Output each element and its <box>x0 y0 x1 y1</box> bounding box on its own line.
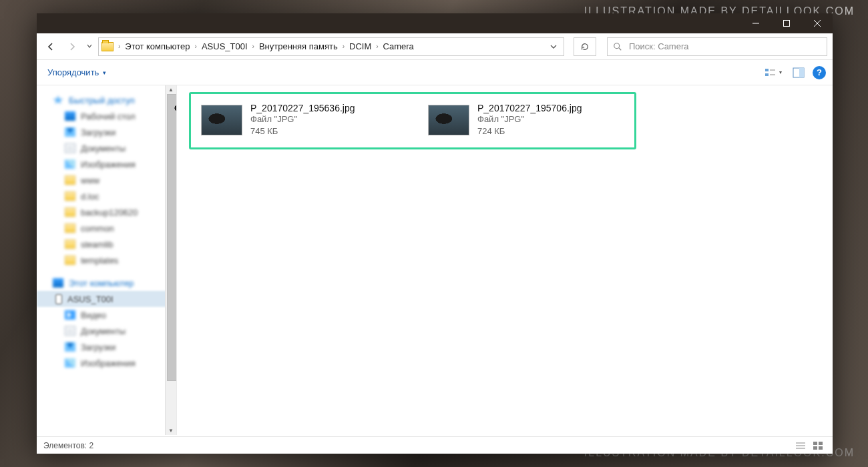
sidebar-pictures[interactable]: Изображения <box>46 156 170 172</box>
folder-icon <box>65 191 75 201</box>
svg-line-5 <box>619 47 622 50</box>
file-thumbnail <box>428 105 469 135</box>
breadcrumb-segment[interactable]: Внутренняя память <box>255 38 342 55</box>
pc-icon <box>53 278 63 288</box>
svg-rect-7 <box>765 73 769 76</box>
search-input[interactable]: Поиск: Camera <box>607 37 827 56</box>
sidebar-folder[interactable]: common <box>46 220 170 236</box>
folder-icon <box>65 207 75 217</box>
help-button[interactable]: ? <box>813 66 826 79</box>
sidebar-folder[interactable]: templates <box>46 252 170 268</box>
star-icon <box>53 95 63 105</box>
sidebar-folder[interactable]: www <box>46 172 170 188</box>
forward-button[interactable] <box>63 38 81 55</box>
file-type: Файл "JPG" <box>250 113 355 125</box>
folder-icon <box>65 240 75 249</box>
preview-pane-button[interactable] <box>790 65 807 81</box>
folder-icon <box>65 175 75 185</box>
refresh-button[interactable] <box>574 37 596 56</box>
navigation-pane: Быстрый доступ Рабочий стол Загрузки Док… <box>37 85 177 435</box>
pictures-icon <box>65 159 75 169</box>
svg-rect-6 <box>765 69 769 71</box>
nav-scrollbar[interactable]: ▲ ▼ <box>165 85 176 435</box>
sidebar-video[interactable]: Видео <box>46 307 170 323</box>
sidebar-documents[interactable]: Документы <box>46 323 170 339</box>
organize-menu[interactable]: Упорядочить ▾ <box>43 65 110 80</box>
sidebar-device[interactable]: ASUS_T00I <box>37 291 176 307</box>
desktop-icon <box>65 111 75 121</box>
svg-rect-1 <box>784 21 790 27</box>
details-view-button[interactable] <box>793 439 809 452</box>
svg-rect-18 <box>819 446 823 450</box>
folder-icon <box>65 223 75 233</box>
close-button[interactable] <box>802 13 833 33</box>
file-size: 724 КБ <box>477 125 582 137</box>
breadcrumb-segment[interactable]: ASUS_T00I <box>198 38 252 55</box>
breadcrumb-segment[interactable]: DCIM <box>345 38 375 55</box>
file-name: P_20170227_195706.jpg <box>477 103 582 113</box>
breadcrumb-segment[interactable]: Camera <box>379 38 418 55</box>
file-item[interactable]: P_20170227_195706.jpg Файл "JPG" 724 КБ <box>425 100 626 139</box>
sidebar-this-pc[interactable]: Этот компьютер <box>46 275 170 291</box>
svg-rect-15 <box>813 442 817 445</box>
toolbar: Упорядочить ▾ ▾ ? <box>37 60 833 85</box>
address-bar-row: › Этот компьютер › ASUS_T00I › Внутрення… <box>37 33 833 60</box>
pictures-icon <box>65 358 75 368</box>
document-icon <box>65 326 75 336</box>
sidebar-folder[interactable]: backup120620 <box>46 204 170 220</box>
video-icon <box>65 310 75 320</box>
breadcrumb-segment[interactable]: Этот компьютер <box>121 38 194 55</box>
file-list-pane: P_20170227_195636.jpg Файл "JPG" 745 КБ … <box>177 85 833 435</box>
chevron-down-icon: ▾ <box>779 69 782 75</box>
phone-icon <box>55 294 62 304</box>
sidebar-pictures[interactable]: Изображения <box>46 355 170 371</box>
folder-icon <box>65 256 75 265</box>
breadcrumb-dropdown-button[interactable] <box>545 38 562 55</box>
sidebar-documents[interactable]: Документы <box>46 140 170 156</box>
search-placeholder: Поиск: Camera <box>629 41 688 51</box>
sidebar-downloads[interactable]: Загрузки <box>46 124 170 140</box>
svg-point-4 <box>614 43 620 48</box>
recent-locations-button[interactable] <box>85 43 94 50</box>
download-icon <box>65 127 75 137</box>
back-button[interactable] <box>42 38 59 55</box>
svg-rect-17 <box>813 446 817 450</box>
titlebar <box>37 13 833 33</box>
file-thumbnail <box>201 105 242 135</box>
scroll-up-button[interactable]: ▲ <box>166 85 176 94</box>
sidebar-desktop[interactable]: Рабочий стол <box>46 108 170 124</box>
thumbnails-view-button[interactable] <box>810 439 826 452</box>
document-icon <box>65 143 75 153</box>
breadcrumb-bar[interactable]: › Этот компьютер › ASUS_T00I › Внутрення… <box>98 37 564 56</box>
file-size: 745 КБ <box>250 125 355 137</box>
folder-icon <box>101 42 114 51</box>
status-item-count: Элементов: 2 <box>43 441 93 450</box>
sidebar-folder[interactable]: steamlib <box>46 236 170 252</box>
svg-rect-11 <box>799 68 804 77</box>
explorer-window: › Этот компьютер › ASUS_T00I › Внутрення… <box>37 13 833 454</box>
download-icon <box>65 342 75 352</box>
scrollbar-thumb[interactable] <box>167 94 177 381</box>
view-options-button[interactable]: ▾ <box>762 65 785 81</box>
maximize-button[interactable] <box>771 13 802 33</box>
scroll-down-button[interactable]: ▼ <box>166 426 176 435</box>
status-bar: Элементов: 2 <box>37 436 833 454</box>
file-name: P_20170227_195636.jpg <box>250 103 355 113</box>
svg-rect-16 <box>819 442 823 445</box>
explorer-body: Быстрый доступ Рабочий стол Загрузки Док… <box>37 85 833 435</box>
file-type: Файл "JPG" <box>477 113 582 125</box>
sidebar-quick-access[interactable]: Быстрый доступ <box>46 92 170 108</box>
sidebar-downloads[interactable]: Загрузки <box>46 339 170 355</box>
search-icon <box>613 42 622 51</box>
file-item[interactable]: P_20170227_195636.jpg Файл "JPG" 745 КБ <box>198 100 399 139</box>
minimize-button[interactable] <box>740 13 771 33</box>
chevron-down-icon: ▾ <box>103 69 106 76</box>
sidebar-folder[interactable]: d.loc <box>46 188 170 204</box>
